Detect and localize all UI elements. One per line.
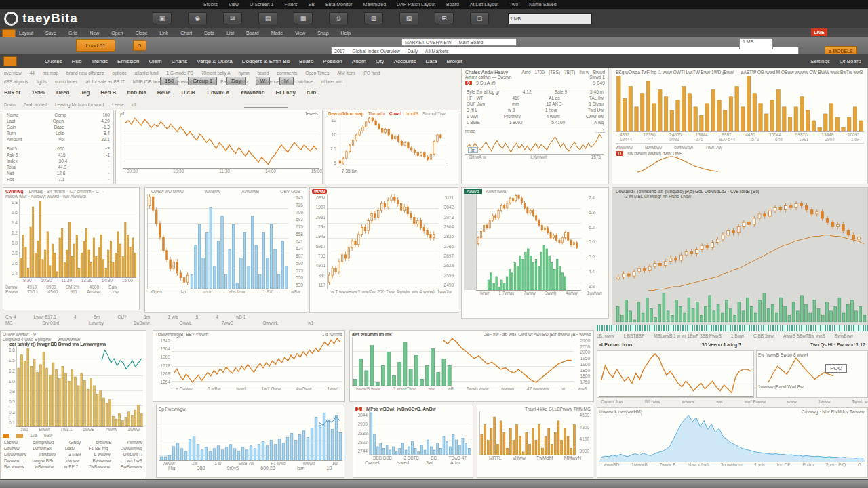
link-item[interactable]: be renewed xyxy=(170,79,193,84)
top-bar-item[interactable]: Board xyxy=(446,2,459,7)
menu-item[interactable]: Olem xyxy=(149,58,162,64)
toolbar-button-icon[interactable]: ▦ xyxy=(294,12,313,24)
link-item[interactable]: overview xyxy=(4,70,22,75)
secondary-toolbar-item[interactable]: Close xyxy=(135,30,147,35)
menu-item[interactable]: Charts xyxy=(172,58,188,64)
link-item[interactable]: Grab added xyxy=(24,102,47,107)
menu-home-icon[interactable] xyxy=(3,56,17,66)
link-item[interactable]: IPO fund xyxy=(363,70,380,75)
top-bar-item[interactable]: At List Layout xyxy=(470,2,498,7)
link-item[interactable]: Open Times xyxy=(305,70,329,75)
a5-mid-item[interactable]: wlwwww xyxy=(616,145,633,150)
link-item[interactable]: Oak Avenue OB xyxy=(256,79,288,84)
secondary-toolbar-item[interactable]: Layout xyxy=(19,30,33,35)
link-item-bold[interactable]: Jeg xyxy=(80,89,90,96)
link-item[interactable]: ms map xyxy=(43,70,58,75)
link-item-bold[interactable]: Ywwbznd xyxy=(240,89,264,96)
toolbar-button-icon[interactable]: ✉ xyxy=(223,12,242,24)
menu-item[interactable]: Trends xyxy=(91,58,108,64)
search-input[interactable] xyxy=(401,38,517,46)
top-bar-item[interactable]: Maximized xyxy=(363,2,386,7)
link-item[interactable]: Down xyxy=(4,102,16,107)
link-item[interactable]: dBS airports xyxy=(4,79,28,84)
link-item[interactable]: MMB IDB lane xyxy=(133,79,161,84)
toolbar-button-icon[interactable]: ⊞ xyxy=(435,12,454,24)
secondary-toolbar-item[interactable]: Chart xyxy=(180,30,192,35)
menu-item[interactable]: Hub xyxy=(72,58,82,64)
menu-item[interactable]: Position xyxy=(323,58,342,64)
secondary-toolbar-item[interactable]: List xyxy=(226,30,234,35)
link-item[interactable]: club lane xyxy=(296,79,313,84)
a5-red-icon[interactable]: D xyxy=(616,151,623,156)
link-item[interactable]: options xyxy=(113,70,127,75)
link-item-bold[interactable]: Er Lady xyxy=(276,89,296,96)
top-bar-item[interactable]: Beta Monitor xyxy=(326,2,353,7)
toolbar-button-icon[interactable]: ▣ xyxy=(153,12,172,24)
secondary-toolbar-item[interactable]: View xyxy=(295,30,305,35)
inline-input[interactable] xyxy=(244,102,288,108)
link-item[interactable]: brand new offshore xyxy=(66,70,104,75)
toolbar-button-icon[interactable]: ⎙ xyxy=(329,12,348,24)
link-item[interactable]: Password Bio xyxy=(220,79,248,84)
a4-red-icon[interactable]: 9 xyxy=(465,81,472,85)
a5-mid-item[interactable]: Tww. Aw xyxy=(705,145,722,150)
a5-mid-item[interactable]: bwtwwbw xyxy=(674,145,693,150)
load-button[interactable]: Load 01 xyxy=(76,39,115,52)
link-item-bold[interactable]: U c B xyxy=(181,89,195,96)
top-bar-item[interactable]: Name Saved xyxy=(529,2,556,7)
menu-item[interactable]: Verge & Quota xyxy=(197,58,232,64)
secondary-toolbar-item[interactable]: Grid xyxy=(68,30,77,35)
link-item[interactable]: numb lanes xyxy=(55,79,78,84)
top-bar-item[interactable]: SB xyxy=(309,2,315,7)
secondary-toolbar-item[interactable]: Save xyxy=(45,30,56,35)
menu-item[interactable]: Data xyxy=(426,58,437,64)
secondary-toolbar-item[interactable]: Help xyxy=(341,30,351,35)
top-bar-item[interactable]: Two xyxy=(509,2,518,7)
menu-item[interactable]: Dodgers & Emin Bd xyxy=(242,58,290,64)
link-item-bold[interactable]: bnb bia xyxy=(127,89,146,96)
secondary-toolbar-item[interactable]: Snap xyxy=(317,30,328,35)
secondary-toolbar-item[interactable]: Open xyxy=(111,30,123,35)
link-item[interactable]: lights xyxy=(37,79,47,84)
link-item[interactable]: comments xyxy=(277,70,297,75)
toolbar-button-icon[interactable]: ▨ xyxy=(399,12,418,24)
link-item[interactable]: 44 xyxy=(30,70,35,75)
toolbar-button-icon[interactable]: ▢ xyxy=(470,12,489,24)
menu-item[interactable]: Adorn xyxy=(352,58,366,64)
toolbar-button-icon[interactable]: ▧ xyxy=(364,12,383,24)
top-bar-item[interactable]: Filters xyxy=(284,2,297,7)
link-item-bold[interactable]: BIG dr xyxy=(4,89,20,96)
link-item[interactable]: Lease xyxy=(112,102,124,107)
top-bar-item[interactable]: View xyxy=(229,2,239,7)
menu-item[interactable]: Accounts xyxy=(394,58,416,64)
link-item[interactable]: d! xyxy=(132,102,136,107)
link-item-bold[interactable]: Beue xyxy=(157,89,171,96)
link-item-bold[interactable]: 195% xyxy=(31,89,45,96)
secondary-toolbar-item[interactable]: Mode xyxy=(271,30,283,35)
link-item[interactable]: hymn xyxy=(239,70,250,75)
link-item-bold[interactable]: dJb xyxy=(307,89,316,96)
quick-find-input[interactable] xyxy=(508,13,592,24)
link-item-bold[interactable]: Deed xyxy=(56,89,70,96)
link-item-bold[interactable]: Hed B xyxy=(100,89,116,96)
menu-item[interactable]: Board xyxy=(299,58,313,64)
menu-item[interactable]: Quotes xyxy=(45,58,62,64)
top-bar-item[interactable]: Stocks xyxy=(203,2,218,7)
link-item[interactable]: Leaving Mr born for word xyxy=(55,102,104,107)
link-item[interactable]: air for sale as BB IT xyxy=(86,79,125,84)
link-item[interactable]: AIM item xyxy=(337,70,355,75)
link-item[interactable]: meets xyxy=(201,79,213,84)
link-item[interactable]: at later win xyxy=(321,79,342,84)
link-item-bold[interactable]: T dwml a xyxy=(206,89,229,96)
a5-mid-item[interactable]: Bwwbwv xyxy=(645,145,662,150)
menu-item[interactable]: Qty xyxy=(376,58,384,64)
menu-item[interactable]: Emission xyxy=(117,58,139,64)
top-bar-item[interactable]: DAP Patch Layout xyxy=(397,2,435,7)
top-bar-item[interactable]: O Screen 1 xyxy=(250,2,273,7)
orange-marker-icon[interactable] xyxy=(2,29,16,37)
toolbar-button-icon[interactable]: ◉ xyxy=(188,12,207,24)
menu-item[interactable]: Broker xyxy=(446,58,462,64)
menu-right-item[interactable]: Qt Board xyxy=(840,58,861,64)
secondary-toolbar-item[interactable]: Board xyxy=(246,30,259,35)
secondary-toolbar-item[interactable]: Link xyxy=(159,30,168,35)
